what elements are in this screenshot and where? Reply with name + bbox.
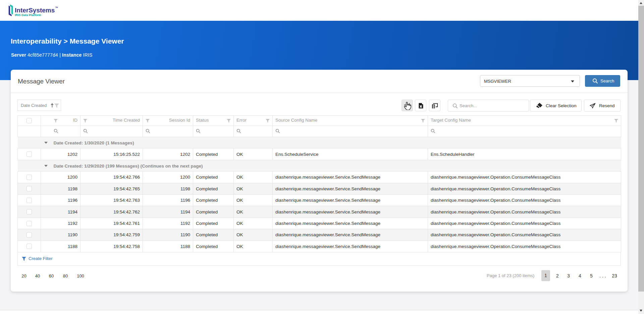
svg-text:IRIS Data Platform: IRIS Data Platform xyxy=(15,13,41,17)
svg-text:TM: TM xyxy=(55,6,58,8)
svg-text:InterSystems: InterSystems xyxy=(15,7,55,14)
